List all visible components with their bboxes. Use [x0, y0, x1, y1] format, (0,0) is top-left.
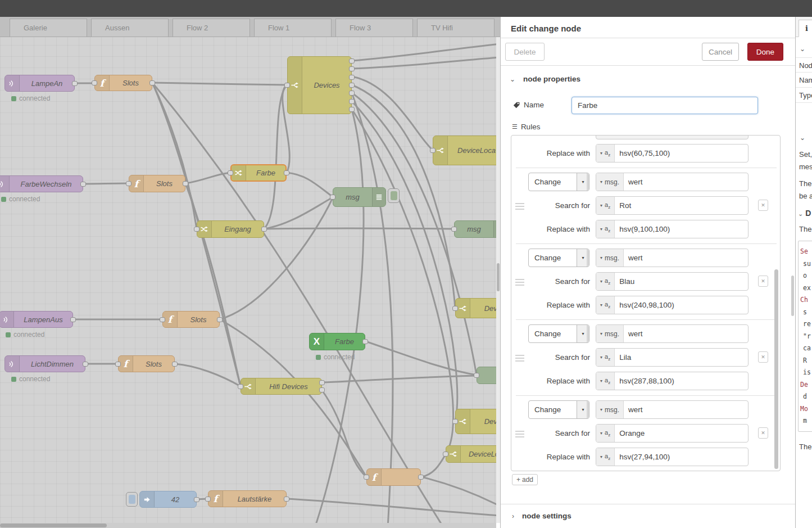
output-port[interactable]	[349, 91, 355, 96]
rule-action-select[interactable]: Change▾	[528, 400, 589, 419]
node-farbe-change[interactable]: Farbe	[230, 164, 287, 182]
node-devic-2[interactable]: Devic	[455, 409, 496, 434]
string-type-selector[interactable]: ▾az	[596, 296, 615, 314]
node-msg-2[interactable]: msg	[454, 220, 496, 238]
wire[interactable]	[220, 198, 333, 319]
wire[interactable]	[83, 183, 129, 184]
output-port[interactable]	[418, 475, 424, 480]
input-port[interactable]	[284, 83, 290, 88]
typed-input[interactable]: ▾msg.wert	[596, 173, 749, 191]
msg-type-selector[interactable]: ▾msg.	[596, 401, 624, 418]
add-rule-button[interactable]: +add	[512, 474, 538, 485]
node-inject-42[interactable]: 42	[139, 491, 197, 508]
info-tab[interactable]: i	[799, 20, 812, 37]
input-port[interactable]	[194, 227, 199, 232]
string-type-selector[interactable]: ▾az	[596, 273, 615, 290]
wire[interactable]	[352, 93, 393, 523]
delete-button[interactable]: Delete	[505, 43, 545, 61]
node-device-lo[interactable]: DeviceLo	[446, 445, 496, 463]
input-port[interactable]	[160, 317, 165, 322]
node-lampe-an[interactable]: LampeAn	[4, 75, 75, 92]
node-lautstaerke[interactable]: fLautstärke	[208, 490, 287, 507]
string-type-selector[interactable]: ▾az	[596, 349, 615, 366]
output-port[interactable]	[80, 182, 86, 187]
msg-type-selector[interactable]: ▾msg.	[596, 325, 624, 342]
msg-type-selector[interactable]: ▾msg.	[596, 249, 624, 267]
output-port[interactable]	[349, 83, 355, 88]
remove-rule-button[interactable]: ✕	[758, 276, 768, 287]
node-properties-section[interactable]: ⌄node properties	[510, 75, 804, 83]
typed-input[interactable]: ▾azhsv(27,94,100)	[596, 448, 749, 466]
input-port[interactable]	[126, 181, 131, 186]
output-port[interactable]	[349, 58, 355, 64]
output-port[interactable]	[183, 181, 188, 186]
chevron-down-icon[interactable]: ⌄	[800, 45, 805, 53]
output-port[interactable]	[284, 170, 289, 175]
wire[interactable]	[287, 173, 333, 197]
typed-input[interactable]: ▾azRot	[596, 196, 749, 215]
input-port[interactable]	[452, 419, 458, 424]
input-port[interactable]	[205, 497, 211, 502]
inject-button[interactable]	[126, 492, 138, 507]
input-port[interactable]	[228, 170, 233, 175]
output-port[interactable]	[319, 387, 325, 392]
output-port[interactable]	[149, 80, 155, 85]
typed-input-value[interactable]: wert	[624, 173, 643, 191]
typed-input-value[interactable]: Orange	[615, 425, 645, 442]
string-type-selector[interactable]: ▾az	[596, 372, 615, 390]
wire[interactable]	[152, 83, 197, 229]
typed-input-value[interactable]: Blau	[615, 273, 634, 290]
typed-input[interactable]: ▾msg.wert	[596, 249, 749, 267]
typed-input[interactable]: ▾azhsv(60,75,100)	[596, 144, 749, 163]
wire[interactable]	[175, 364, 241, 386]
node-slots-2[interactable]: fSlots	[129, 175, 185, 192]
flow-tab-tv-hifi[interactable]: TV Hifi	[417, 19, 495, 37]
flow-canvas[interactable]: LampeAnconnectedfSlotsDevicesDeviceLocaF…	[0, 0, 496, 523]
msg-type-selector[interactable]: ▾msg.	[596, 173, 624, 191]
node-slots-4[interactable]: fSlots	[118, 355, 175, 372]
node-settings-section[interactable]: ›node settings	[512, 512, 806, 520]
typed-input-value[interactable]: wert	[624, 249, 643, 267]
wire[interactable]	[287, 499, 496, 516]
typed-input-value[interactable]: Rot	[615, 197, 631, 214]
debug-toggle-button[interactable]	[388, 188, 400, 203]
wire[interactable]	[365, 341, 477, 375]
input-port[interactable]	[364, 475, 369, 480]
output-port[interactable]	[362, 339, 368, 344]
output-port[interactable]	[284, 497, 289, 502]
wire[interactable]	[421, 477, 496, 506]
name-input[interactable]	[571, 97, 758, 114]
wire[interactable]	[322, 376, 477, 382]
string-type-selector[interactable]: ▾az	[596, 425, 615, 442]
input-port[interactable]	[452, 306, 458, 311]
node-msg-3[interactable]	[477, 367, 496, 384]
node-func-1[interactable]: f	[366, 468, 421, 486]
typed-input-value[interactable]: hsv(287,88,100)	[615, 372, 674, 390]
output-port[interactable]	[349, 66, 355, 71]
output-port[interactable]	[194, 497, 199, 502]
typed-input[interactable]: ▾msg.wert	[596, 324, 749, 343]
output-port[interactable]	[172, 362, 178, 367]
wire[interactable]	[264, 228, 454, 229]
typed-input-value[interactable]: hsv(240,98,100)	[615, 296, 674, 314]
output-port[interactable]	[349, 107, 355, 112]
input-port[interactable]	[115, 362, 121, 367]
chevron-down-icon[interactable]: ⌄	[800, 134, 805, 142]
typed-input[interactable]: ▾azhsv(287,88,100)	[596, 372, 749, 390]
flow-tab-aussen[interactable]: Aussen	[91, 19, 169, 37]
input-port[interactable]	[443, 452, 448, 457]
wire[interactable]	[152, 83, 287, 85]
output-port[interactable]	[261, 227, 267, 232]
string-type-selector[interactable]: ▾az	[596, 220, 615, 238]
remove-rule-button[interactable]: ✕	[758, 427, 768, 439]
flow-tab-flow-1[interactable]: Flow 1	[254, 19, 332, 37]
wire[interactable]	[322, 390, 366, 477]
typed-input-value[interactable]: wert	[624, 401, 643, 418]
node-eingang[interactable]: Eingang	[197, 220, 264, 238]
string-type-selector[interactable]: ▾az	[596, 448, 615, 466]
typed-input[interactable]: ▾azhsv(9,100,100)	[596, 220, 749, 238]
string-type-selector[interactable]: ▾az	[596, 197, 615, 214]
input-port[interactable]	[238, 384, 243, 389]
remove-rule-button[interactable]: ✕	[758, 351, 768, 363]
remove-rule-button[interactable]: ✕	[758, 200, 768, 211]
